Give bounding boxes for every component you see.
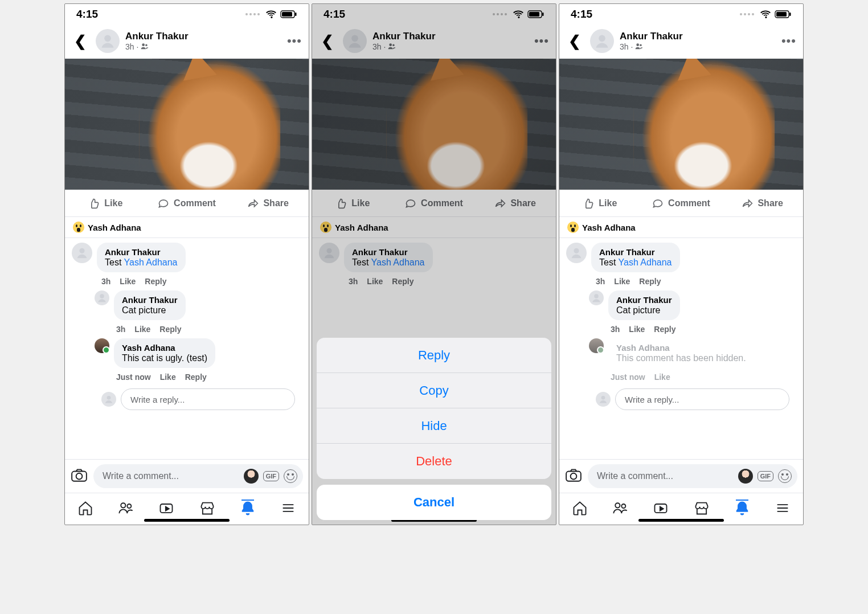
post-image[interactable] [559, 59, 803, 190]
comment-button[interactable]: Comment [146, 190, 228, 216]
mention-link[interactable]: Yash Adhana [619, 257, 672, 267]
comment-bubble[interactable]: Ankur ThakurCat picture [608, 290, 680, 320]
status-bar: 4:15 [312, 4, 556, 24]
author-avatar[interactable] [590, 29, 614, 53]
share-button[interactable]: Share [722, 190, 803, 216]
post-more-button[interactable]: ••• [534, 34, 549, 48]
comment-reply-button[interactable]: Reply [654, 325, 675, 334]
comment-input[interactable]: Write a comment... GIF [93, 464, 303, 488]
like-button[interactable]: Like [559, 190, 641, 216]
reply-input[interactable]: Write a reply... [615, 388, 789, 410]
svg-point-7 [100, 294, 104, 298]
comment-row: Ankur ThakurTest Yash Adhana [319, 243, 549, 272]
battery-icon [280, 10, 297, 18]
mention-link[interactable]: Yash Adhana [124, 257, 178, 267]
comment-bubble[interactable]: Ankur ThakurTest Yash Adhana [591, 243, 680, 272]
author-avatar[interactable] [96, 29, 120, 53]
nav-home[interactable] [572, 500, 588, 518]
screen-1: 4:15 ❮ Ankur Thakur 3h · ••• [64, 3, 309, 525]
author-name[interactable]: Ankur Thakur [125, 31, 281, 42]
sheet-delete[interactable]: Delete [317, 444, 551, 479]
nav-friends[interactable] [118, 500, 134, 518]
share-button[interactable]: Share [474, 190, 556, 216]
reply-input[interactable]: Write a reply... [121, 388, 295, 410]
emoji-icon[interactable] [284, 469, 297, 483]
sheet-hide[interactable]: Hide [317, 408, 551, 444]
comment-reply-button[interactable]: Reply [145, 277, 166, 286]
svg-point-3 [104, 35, 111, 42]
reaction-strip[interactable]: Yash Adhana [65, 217, 309, 238]
svg-point-27 [574, 248, 579, 253]
back-button[interactable]: ❮ [71, 32, 90, 50]
sheet-reply[interactable]: Reply [317, 338, 551, 373]
wifi-icon [513, 9, 524, 20]
comment-avatar[interactable] [72, 243, 92, 263]
comment-reply-button[interactable]: Reply [185, 373, 207, 382]
gif-button[interactable]: GIF [758, 471, 773, 481]
nav-watch[interactable] [158, 500, 174, 518]
emoji-icon[interactable] [778, 469, 792, 483]
comment-button[interactable]: Comment [641, 190, 722, 216]
comment-reply-button[interactable]: Reply [159, 325, 181, 334]
comment-bubble[interactable]: Ankur Thakur Test Yash Adhana [97, 243, 186, 272]
nav-menu[interactable] [775, 500, 791, 518]
svg-point-5 [146, 44, 148, 47]
comment-bubble[interactable]: Ankur Thakur Cat picture [114, 290, 186, 320]
nav-notifications[interactable] [240, 500, 256, 518]
status-time: 4:15 [571, 8, 592, 21]
comment-avatar[interactable] [566, 243, 587, 263]
comment-bubble[interactable]: Yash AdhanaThis comment has been hidden. [608, 338, 754, 368]
comments-list: Ankur Thakur Test Yash Adhana 3h Like Re… [65, 238, 309, 459]
share-button[interactable]: Share [227, 190, 309, 216]
post-more-button[interactable]: ••• [781, 34, 796, 48]
avatar-sticker-icon[interactable] [244, 469, 259, 484]
like-button[interactable]: Like [312, 190, 394, 216]
post-image[interactable] [65, 59, 309, 190]
comment-bubble[interactable]: Yash Adhana This cat is ugly. (test) [114, 338, 215, 368]
nav-friends[interactable] [612, 500, 628, 518]
comment-button[interactable]: Comment [394, 190, 475, 216]
camera-icon[interactable] [71, 466, 88, 486]
comment-avatar[interactable] [589, 290, 604, 305]
comment-row: Yash Adhana This cat is ugly. (test) [95, 338, 302, 368]
back-button[interactable]: ❮ [318, 32, 337, 50]
author-name[interactable]: Ankur Thakur [620, 31, 776, 42]
nav-menu[interactable] [280, 500, 296, 518]
nav-notifications[interactable] [734, 500, 750, 518]
comment-input[interactable]: Write a comment... GIF [588, 464, 797, 488]
author-avatar[interactable] [343, 29, 367, 53]
nav-watch[interactable] [653, 500, 669, 518]
comment-row-hidden: Yash AdhanaThis comment has been hidden. [589, 338, 796, 368]
nav-marketplace[interactable] [199, 500, 215, 518]
wifi-icon [265, 9, 277, 20]
comment-like-button[interactable]: Like [120, 277, 136, 286]
cellular-dots-icon [493, 13, 507, 15]
gif-button[interactable]: GIF [263, 471, 279, 481]
svg-point-10 [76, 473, 83, 480]
wow-reaction-icon [73, 222, 84, 233]
comment-avatar[interactable] [319, 243, 339, 263]
svg-point-20 [326, 248, 331, 253]
comment-like-button[interactable]: Like [160, 373, 176, 382]
comment-like-button[interactable]: Like [654, 373, 670, 382]
reply-input-row: Write a reply... [101, 388, 295, 410]
comment-avatar[interactable] [95, 290, 109, 305]
comment-reply-button[interactable]: Reply [639, 277, 661, 286]
post-more-button[interactable]: ••• [287, 34, 302, 48]
nav-marketplace[interactable] [694, 500, 710, 518]
reactor-name: Yash Adhana [88, 223, 141, 232]
sheet-cancel[interactable]: Cancel [317, 485, 551, 520]
sheet-copy[interactable]: Copy [317, 373, 551, 408]
comment-avatar[interactable] [95, 338, 109, 353]
back-button[interactable]: ❮ [565, 32, 584, 50]
avatar-sticker-icon[interactable] [738, 469, 753, 484]
nav-home[interactable] [77, 500, 93, 518]
comment-like-button[interactable]: Like [614, 277, 630, 286]
camera-icon[interactable] [565, 466, 582, 486]
post-header: ❮ Ankur Thakur 3h · ••• [65, 24, 309, 59]
like-button[interactable]: Like [65, 190, 146, 216]
comment-avatar[interactable] [589, 338, 604, 353]
comment-like-button[interactable]: Like [629, 325, 645, 334]
comment-like-button[interactable]: Like [134, 325, 150, 334]
author-name[interactable]: Ankur Thakur [372, 31, 529, 42]
